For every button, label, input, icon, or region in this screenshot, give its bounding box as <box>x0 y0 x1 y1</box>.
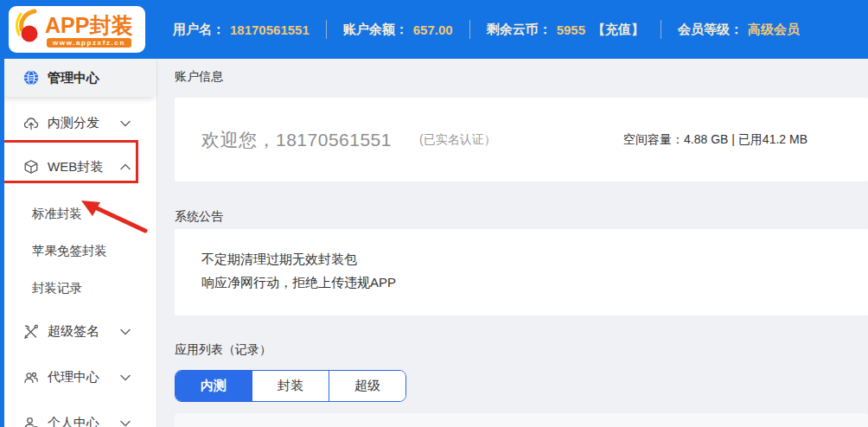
sidebar-item-label: 个人中心 <box>48 415 99 427</box>
team-icon <box>23 370 39 386</box>
section-title-notice: 系统公告 <box>175 210 868 222</box>
storage-value: 4.88 GB | 已用41.2 MB <box>684 132 807 146</box>
divider <box>661 20 661 39</box>
recharge-link[interactable]: 【充值】 <box>592 22 644 38</box>
chevron-down-icon <box>120 374 131 381</box>
sidebar-item-agent-center[interactable]: 代理中心 <box>0 356 156 398</box>
globe-icon <box>23 70 39 86</box>
sidebar-item-label: 内测分发 <box>48 115 99 131</box>
level-value: 高级会员 <box>748 22 800 38</box>
logo-title: APP封装 <box>45 11 132 40</box>
tab-package[interactable]: 封装 <box>252 371 329 401</box>
cloud-upload-icon <box>23 116 39 131</box>
sidebar: 管理中心 内测分发 WEB封装 标准封装 <box>0 59 157 427</box>
sidebar-subitem-apple-nosign-packaging[interactable]: 苹果免签封装 <box>0 233 156 270</box>
verified-badge: (已实名认证） <box>419 132 496 148</box>
cube-icon <box>23 159 39 175</box>
sidebar-item-super-signature[interactable]: 超级签名 <box>0 310 156 353</box>
coins-value: 5955 <box>557 22 585 37</box>
chevron-down-icon <box>120 420 131 427</box>
app-logo[interactable]: APP封装 www.appzxfz.cn <box>9 6 145 53</box>
user-icon <box>23 416 39 427</box>
sidebar-item-label: 管理中心 <box>48 70 99 86</box>
section-title-account: 账户信息 <box>175 70 868 82</box>
section-title-applist: 应用列表（记录） <box>175 343 868 355</box>
coins-label: 剩余云币： <box>487 22 552 38</box>
chevron-down-icon <box>120 328 131 335</box>
sidebar-subitem-standard-packaging[interactable]: 标准封装 <box>0 195 156 233</box>
topbar: APP封装 www.appzxfz.cn 用户名： 18170561551 账户… <box>0 0 868 59</box>
sidebar-item-label: 标准封装 <box>32 206 82 222</box>
sidebar-item-personal-center[interactable]: 个人中心 <box>0 402 156 427</box>
storage-label: 空间容量： <box>623 132 684 146</box>
tab-super[interactable]: 超级 <box>329 371 405 401</box>
account-card: 欢迎您，18170561551 (已实名认证） 空间容量：4.88 GB | 已… <box>175 98 868 182</box>
sidebar-submenu-web-packaging: 标准封装 苹果免签封装 封装记录 <box>0 189 156 307</box>
sidebar-item-label: 超级签名 <box>48 323 99 340</box>
welcome-text: 欢迎您，18170561551 <box>201 128 392 152</box>
chevron-up-icon <box>120 163 131 170</box>
notice-line: 不定期清理过期无效封装包 <box>201 247 868 271</box>
balance-value: 657.00 <box>413 22 453 37</box>
applist-card <box>175 413 868 427</box>
left-edge-stripe <box>0 0 4 427</box>
username-value: 18170561551 <box>230 22 310 37</box>
topbar-user-info: 用户名： 18170561551 账户余额： 657.00 剩余云币： 5955… <box>173 20 800 39</box>
sidebar-item-label: 苹果免签封装 <box>32 243 107 259</box>
divider <box>469 20 470 39</box>
tab-beta[interactable]: 内测 <box>176 371 252 401</box>
sidebar-item-label: 封装记录 <box>32 280 82 296</box>
divider <box>326 20 327 39</box>
sidebar-item-admin-center[interactable]: 管理中心 <box>0 59 156 97</box>
level-label: 会员等级： <box>678 22 743 38</box>
notice-line: 响应净网行动，拒绝上传违规APP <box>201 271 868 294</box>
main-content: 账户信息 欢迎您，18170561551 (已实名认证） 空间容量：4.88 G… <box>157 59 868 427</box>
sidebar-subitem-packaging-records[interactable]: 封装记录 <box>0 270 156 307</box>
username-label: 用户名： <box>173 22 225 38</box>
sidebar-item-web-packaging[interactable]: WEB封装 <box>0 144 156 189</box>
logo-mark-icon <box>14 9 43 50</box>
notice-card: 不定期清理过期无效封装包 响应净网行动，拒绝上传违规APP <box>175 229 868 315</box>
sidebar-item-beta-distribution[interactable]: 内测分发 <box>0 102 156 144</box>
chevron-down-icon <box>120 120 131 127</box>
logo-url: www.appzxfz.cn <box>47 38 131 48</box>
tools-icon <box>23 324 39 340</box>
applist-tab-group: 内测 封装 超级 <box>175 370 406 402</box>
sidebar-item-label: 代理中心 <box>48 369 99 386</box>
storage-info: 空间容量：4.88 GB | 已用41.2 MB <box>623 132 807 148</box>
sidebar-item-label: WEB封装 <box>48 159 103 175</box>
balance-label: 账户余额： <box>343 22 408 38</box>
